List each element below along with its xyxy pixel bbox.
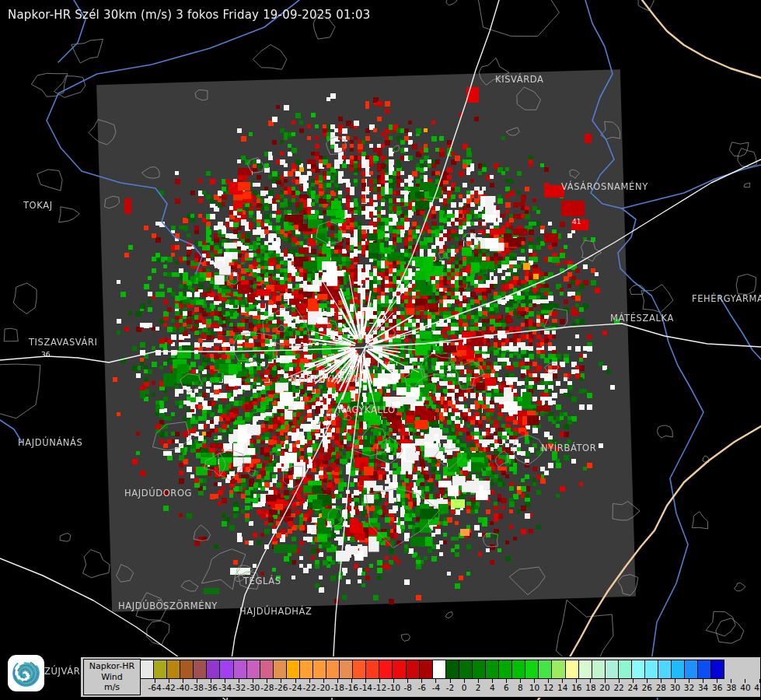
city-label: HAJDÚNÁNÁS: [18, 439, 82, 448]
legend-tick-label: 6: [504, 683, 509, 692]
legend-color-cell: [312, 660, 326, 679]
legend-color-cell: [419, 660, 433, 679]
legend-color-cell: [140, 660, 154, 679]
legend-color-cell: [525, 660, 539, 679]
legend-tick-label: 28: [656, 683, 666, 692]
city-label: NAGYKÁLLÓ: [338, 406, 396, 415]
legend-color-cell: [538, 660, 552, 679]
legend-color-cell: [273, 660, 287, 679]
legend-color-cell: [658, 660, 672, 679]
legend-tick-label: -42: [162, 683, 176, 692]
legend-color-cell: [246, 660, 260, 679]
legend-color-cell: [166, 660, 180, 679]
legend-tick-label: -36: [204, 683, 218, 692]
legend-color-cell: [605, 660, 619, 679]
city-label: TISZAVASVÁRI: [29, 338, 98, 348]
legend-color-cell: [219, 660, 233, 679]
city-label: TOKAJ: [23, 201, 53, 211]
legend-color-cell: [180, 660, 194, 679]
city-label: HAJDÚHADHÁZ: [239, 607, 312, 617]
legend-tick-label: 40: [740, 683, 750, 692]
city-labels-layer: TOKAJKISVÁRDAVÁSÁROSNAMÉNYFEHÉRGYARMATMÁ…: [0, 0, 761, 700]
legend-unit: m/s: [104, 682, 120, 693]
app-logo: [8, 655, 44, 691]
legend-colorbar: [141, 660, 724, 679]
road-number-badge: 36: [41, 352, 50, 359]
legend-product-name: Napkor-HR: [89, 661, 134, 672]
city-label: TÉGLÁS: [243, 577, 281, 586]
legend-tick-label: -32: [232, 683, 246, 692]
legend-tick-label: -40: [176, 683, 190, 692]
legend-color-cell: [644, 660, 658, 679]
legend-color-cell: [671, 660, 685, 679]
city-label: HAJDÚDOROG: [124, 489, 192, 499]
legend-panel: Napkor-HR Wind m/s -64-42-40-38-36-34-32…: [80, 656, 761, 698]
legend-color-cell: [286, 660, 300, 679]
legend-tick-label: -28: [260, 683, 274, 692]
legend-tick-label: 0: [462, 683, 467, 692]
legend-tick-label: -10: [387, 683, 400, 692]
road-number-badge: 41: [572, 219, 581, 226]
legend-tick-label: 18: [585, 683, 595, 692]
legend-tick-label: -30: [246, 683, 260, 692]
city-label: HAJDÚBÖSZÖRMÉNY: [118, 602, 218, 611]
legend-tick-label: 10: [529, 683, 539, 692]
legend-tick-label: -4: [432, 683, 440, 692]
city-label: MÁTÉSZALKA: [610, 314, 674, 324]
legend-color-cell: [379, 660, 393, 679]
legend-tick-label: 8: [518, 683, 523, 692]
storm-spiral-icon: [8, 655, 44, 691]
legend-tick-label: -34: [218, 683, 232, 692]
legend-color-cell: [578, 660, 592, 679]
city-label: NYÍRBÁTOR: [541, 444, 596, 453]
legend-label-box: Napkor-HR Wind m/s: [83, 659, 141, 695]
legend-tick-label: -12: [373, 683, 386, 692]
legend-tick-label: 36: [712, 683, 722, 692]
legend-tick-label: -20: [317, 683, 330, 692]
legend-color-cell: [339, 660, 353, 679]
legend-tick-label: -2: [446, 683, 454, 692]
legend-color-cell: [153, 660, 167, 679]
legend-tick-label: -22: [303, 683, 316, 692]
legend-color-cell: [392, 660, 406, 679]
legend-color-cell: [631, 660, 645, 679]
radar-map-screen: TOKAJKISVÁRDAVÁSÁROSNAMÉNYFEHÉRGYARMATMÁ…: [0, 0, 761, 700]
legend-tick-label: -64: [148, 683, 162, 692]
legend-color-cell: [710, 660, 724, 679]
legend-tick-label: -24: [288, 683, 302, 692]
legend-color-cell: [352, 660, 366, 679]
legend-color-cell: [326, 660, 340, 679]
legend-color-cell: [445, 660, 459, 679]
legend-color-cell: [618, 660, 632, 679]
legend-color-cell: [299, 660, 313, 679]
legend-color-cell: [684, 660, 698, 679]
legend-quantity: Wind: [101, 672, 123, 683]
legend-color-cell: [193, 660, 207, 679]
legend-color-cell: [498, 660, 512, 679]
legend-color-cell: [459, 660, 473, 679]
legend-color-cell: [551, 660, 565, 679]
legend-tick-label: 14: [557, 683, 567, 692]
legend-color-cell: [511, 660, 525, 679]
legend-tick-label: 20: [599, 683, 609, 692]
legend-color-cell: [592, 660, 606, 679]
legend-tick-label: -38: [190, 683, 204, 692]
legend-color-cell: [406, 660, 420, 679]
legend-tick-label: -14: [359, 683, 372, 692]
product-title: Napkor-HR Szél 30km (m/s) 3 fokos Friday…: [8, 8, 371, 22]
legend-tick-label: 4: [490, 683, 495, 692]
legend-color-cell: [697, 660, 711, 679]
city-label: KISVÁRDA: [495, 75, 544, 85]
legend-tick-label: 30: [670, 683, 680, 692]
spiral-eye: [22, 674, 26, 677]
legend-color-cell: [485, 660, 499, 679]
city-label: FEHÉRGYARMAT: [692, 295, 761, 304]
legend-tick-label: -8: [403, 683, 411, 692]
legend-color-cell: [260, 660, 274, 679]
legend-tick-label: 26: [642, 683, 652, 692]
legend-tick-label: 12: [543, 683, 553, 692]
legend-tick-label: -18: [331, 683, 344, 692]
legend-tick-label: 16: [571, 683, 581, 692]
legend-tick-label: 38: [726, 683, 736, 692]
legend-color-cell: [206, 660, 220, 679]
